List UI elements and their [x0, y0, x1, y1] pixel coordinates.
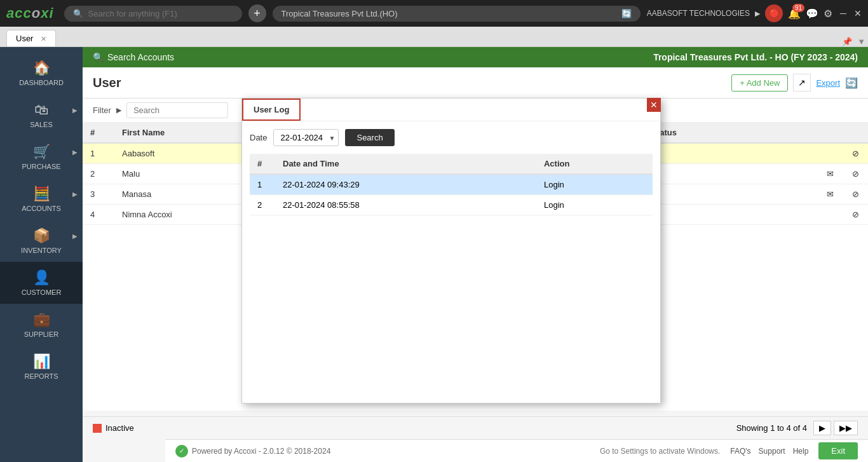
cell-num: 1: [83, 143, 114, 164]
cell-num: 3: [83, 184, 114, 205]
filter-arrow-icon[interactable]: ▶: [116, 106, 121, 114]
search-accounts-btn[interactable]: 🔍 Search Accounts: [93, 52, 174, 62]
sidebar-item-sales[interactable]: 🛍 ▶ SALES: [0, 94, 83, 136]
refresh-icon: 🔄: [621, 9, 632, 18]
sales-icon: 🛍: [34, 102, 48, 118]
footer-logo: ✓: [175, 445, 188, 458]
inactive-indicator: Inactive: [93, 423, 134, 433]
cell-mail-icon[interactable]: ✉: [817, 164, 843, 184]
page-info: Showing 1 to 4 of 4: [736, 423, 807, 433]
filter-label: Filter: [93, 105, 111, 115]
tab-bar: User ✕ 📌 ▼: [0, 27, 868, 47]
footer-bar: ✓ Powered by Accoxi - 2.0.12 © 2018-2024…: [165, 439, 868, 462]
minimize-button[interactable]: ─: [840, 8, 846, 18]
add-new-button[interactable]: + Add New: [731, 74, 788, 92]
cell-num: 2: [83, 164, 114, 184]
col-mail: [817, 123, 843, 143]
sidebar-item-dashboard[interactable]: 🏠 DASHBOARD: [0, 52, 83, 94]
sidebar-item-inventory[interactable]: 📦 ▶ INVENTORY: [0, 220, 83, 262]
user-log-modal: User Log ✕ Date 22-01-2024 Search: [241, 98, 661, 404]
add-button[interactable]: +: [248, 4, 266, 22]
sidebar-label-dashboard: DASHBOARD: [19, 79, 64, 86]
inactive-color-swatch: [93, 424, 102, 433]
modal-cell-num: 2: [250, 195, 275, 215]
top-bar: accoxi 🔍 + Tropical Treasures Pvt Ltd.(H…: [0, 0, 868, 27]
page-title: User: [93, 76, 121, 90]
sidebar-label-reports: REPORTS: [25, 372, 58, 380]
cell-mail-icon[interactable]: [817, 143, 843, 164]
share-button[interactable]: ↗: [793, 74, 811, 92]
sidebar-label-inventory: INVENTORY: [21, 247, 62, 254]
supplier-icon: 💼: [33, 311, 50, 328]
modal-cell-action: Login: [536, 195, 653, 215]
export-button[interactable]: Export: [816, 78, 840, 88]
global-search-bar[interactable]: 🔍: [64, 6, 242, 22]
modal-body: Date 22-01-2024 Search # Date and Time: [242, 121, 660, 403]
cell-block-icon[interactable]: ⊘: [843, 143, 868, 164]
global-search-input[interactable]: [88, 9, 228, 18]
notification-badge: 91: [792, 4, 804, 12]
cell-mail-icon[interactable]: [817, 205, 843, 225]
search-icon: 🔍: [73, 9, 83, 18]
date-wrapper[interactable]: 22-01-2024: [273, 129, 339, 146]
footer-links: FAQ's Support Help: [730, 447, 808, 456]
sidebar-item-accounts[interactable]: 🧮 ▶ ACCOUNTS: [0, 178, 83, 220]
message-icon[interactable]: 💬: [806, 8, 818, 20]
refresh-button[interactable]: 🔄: [845, 77, 858, 89]
sidebar-item-purchase[interactable]: 🛒 ▶ PURCHASE: [0, 136, 83, 178]
top-right-controls: AABASOFT TECHNOLOGIES ▶ 🔴 🔔 91 💬 ⚙ ─ ✕: [647, 4, 862, 22]
bottom-bar: Inactive Showing 1 to 4 of 4 ▶ ▶▶: [83, 416, 868, 439]
company-name: Tropical Treasures Pvt Ltd.(HO): [281, 9, 398, 18]
modal-col-action: Action: [536, 154, 653, 174]
last-page-button[interactable]: ▶▶: [834, 421, 858, 435]
sidebar-item-customer[interactable]: 👤 CUSTOMER: [0, 262, 83, 304]
modal-table-row[interactable]: 2 22-01-2024 08:55:58 Login: [250, 195, 653, 215]
cell-block-icon[interactable]: ⊘: [843, 164, 868, 184]
filter-search-input[interactable]: [126, 102, 228, 118]
notification-bell[interactable]: 🔔 91: [788, 8, 801, 20]
modal-table-row[interactable]: 1 22-01-2024 09:43:29 Login: [250, 174, 653, 195]
cell-block-icon[interactable]: ⊘: [843, 184, 868, 205]
tab-expand-icon[interactable]: ▼: [857, 37, 865, 46]
footer-brand: ✓ Powered by Accoxi - 2.0.12 © 2018-2024: [175, 445, 330, 458]
company-selector[interactable]: Tropical Treasures Pvt Ltd.(HO) 🔄: [273, 6, 641, 22]
search-accounts-icon: 🔍: [93, 52, 104, 62]
header-company-title: Tropical Treasures Pvt Ltd. - HO (FY 202…: [653, 52, 858, 62]
sidebar-label-supplier: SUPPLIER: [24, 330, 58, 338]
footer-links-area: Go to Settings to activate Windows. FAQ'…: [600, 442, 858, 459]
help-link[interactable]: Help: [793, 447, 809, 456]
modal-content-area: # Date and Time Action 1 22-01-2024 09:4…: [250, 154, 653, 395]
search-accounts-label: Search Accounts: [107, 52, 174, 62]
tab-pin-icon[interactable]: 📌: [842, 37, 852, 46]
modal-cell-datetime: 22-01-2024 09:43:29: [275, 174, 536, 195]
modal-cell-action: Login: [536, 174, 653, 195]
sales-arrow-icon: ▶: [72, 107, 78, 114]
modal-log-table: # Date and Time Action 1 22-01-2024 09:4…: [250, 154, 653, 215]
modal-tab-userlog[interactable]: User Log: [242, 99, 301, 121]
content-area: 🔍 Search Accounts Tropical Treasures Pvt…: [83, 47, 868, 462]
sidebar: 🏠 DASHBOARD 🛍 ▶ SALES 🛒 ▶ PURCHASE 🧮 ▶ A…: [0, 47, 83, 462]
next-page-button[interactable]: ▶: [813, 421, 831, 435]
tab-close-icon[interactable]: ✕: [41, 35, 46, 43]
close-button[interactable]: ✕: [854, 8, 862, 18]
settings-icon[interactable]: ⚙: [824, 8, 832, 20]
modal-date-select[interactable]: 22-01-2024: [273, 129, 339, 146]
faqs-link[interactable]: FAQ's: [730, 447, 750, 456]
purchase-icon: 🛒: [33, 144, 50, 160]
main-layout: 🏠 DASHBOARD 🛍 ▶ SALES 🛒 ▶ PURCHASE 🧮 ▶ A…: [0, 47, 868, 462]
modal-search-button[interactable]: Search: [345, 129, 394, 146]
activate-windows-text: Go to Settings to activate Windows.: [600, 447, 720, 456]
user-avatar[interactable]: 🔴: [765, 4, 783, 22]
cell-block-icon[interactable]: ⊘: [843, 205, 868, 225]
exit-button[interactable]: Exit: [818, 442, 858, 459]
modal-title: User Log: [254, 105, 289, 114]
tab-user[interactable]: User ✕: [6, 30, 56, 46]
modal-titlebar: User Log ✕: [242, 99, 660, 121]
sidebar-label-accounts: ACCOUNTS: [22, 205, 61, 212]
support-link[interactable]: Support: [759, 447, 785, 456]
modal-close-button[interactable]: ✕: [647, 98, 661, 112]
col-num: #: [83, 123, 114, 143]
cell-mail-icon[interactable]: ✉: [817, 184, 843, 205]
sidebar-item-supplier[interactable]: 💼 SUPPLIER: [0, 304, 83, 346]
sidebar-item-reports[interactable]: 📊 REPORTS: [0, 346, 83, 388]
